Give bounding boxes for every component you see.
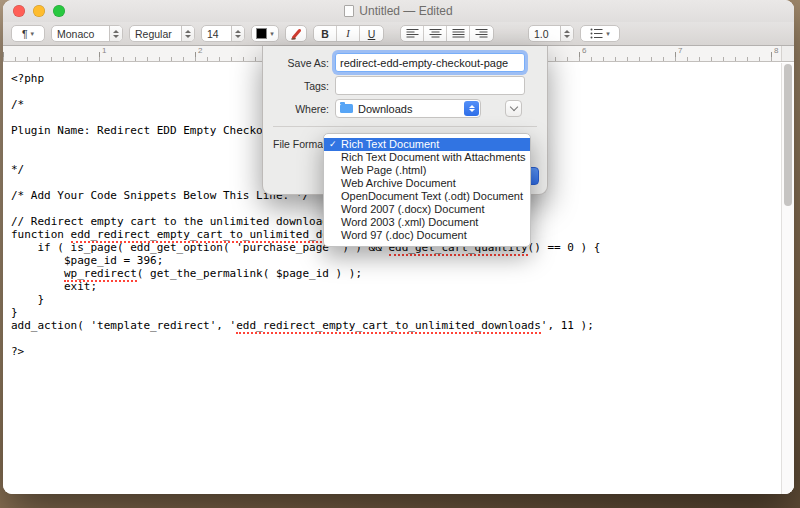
- file-format-option[interactable]: ✓Web Archive Document: [324, 177, 530, 190]
- expand-dialog-button[interactable]: [505, 100, 522, 117]
- menu-item-label: Web Page (.html): [341, 164, 426, 177]
- window-controls: [13, 5, 65, 17]
- desktop-wallpaper: Untitled — Edited ¶ ▾ Monaco Regular 14: [0, 0, 800, 508]
- code-line: ?>: [11, 345, 600, 358]
- align-justify-button[interactable]: [447, 26, 470, 41]
- align-center-button[interactable]: [424, 26, 447, 41]
- textedit-window: Untitled — Edited ¶ ▾ Monaco Regular 14: [3, 0, 794, 494]
- menu-item-label: Rich Text Document: [341, 138, 439, 151]
- scrollbar-thumb[interactable]: [784, 64, 792, 206]
- checkmark-icon: ✓: [329, 138, 341, 151]
- color-swatch: [256, 28, 267, 39]
- code-line: add_action( 'template_redirect', 'edd_re…: [11, 319, 600, 332]
- bold-italic-underline-group: B I U: [313, 25, 384, 42]
- align-justify-icon: [452, 28, 465, 39]
- align-right-icon: [475, 28, 488, 39]
- file-format-option[interactable]: ✓Word 2003 (.xml) Document: [324, 216, 530, 229]
- align-left-button[interactable]: [401, 26, 424, 41]
- close-button[interactable]: [13, 5, 25, 17]
- folder-icon: [340, 104, 353, 113]
- format-toolbar: ¶ ▾ Monaco Regular 14 ▾: [3, 22, 794, 46]
- line-spacing-select[interactable]: 1.0: [528, 25, 574, 42]
- stepper-icon: [181, 26, 194, 41]
- font-style-value: Regular: [135, 28, 172, 40]
- popup-arrows-icon: [464, 101, 479, 116]
- file-format-option[interactable]: ✓Rich Text Document: [324, 138, 530, 151]
- scrollbar[interactable]: [781, 63, 794, 494]
- file-format-option[interactable]: ✓OpenDocument Text (.odt) Document: [324, 190, 530, 203]
- where-value: Downloads: [358, 103, 412, 115]
- chevron-down-icon: ▾: [270, 30, 274, 38]
- minimize-button[interactable]: [33, 5, 45, 17]
- save-as-label: Save As:: [271, 57, 329, 69]
- menu-item-label: Word 2007 (.docx) Document: [341, 203, 484, 216]
- chevron-down-icon: [509, 103, 517, 111]
- file-format-option[interactable]: ✓Word 97 (.doc) Document: [324, 229, 530, 242]
- title-group: Untitled — Edited: [344, 4, 452, 18]
- tags-label: Tags:: [271, 80, 329, 92]
- code-line: }: [11, 293, 600, 306]
- where-label: Where:: [271, 103, 329, 115]
- align-right-button[interactable]: [470, 26, 493, 41]
- align-left-icon: [406, 28, 419, 39]
- font-family-value: Monaco: [57, 28, 94, 40]
- underline-button[interactable]: U: [360, 26, 383, 41]
- menu-item-label: Word 2003 (.xml) Document: [341, 216, 478, 229]
- tags-input[interactable]: [335, 76, 525, 95]
- title-bar[interactable]: Untitled — Edited: [3, 0, 794, 22]
- code-line: wp_redirect( get_the_permalink( $page_id…: [11, 267, 600, 280]
- menu-item-label: OpenDocument Text (.odt) Document: [341, 190, 523, 203]
- paragraph-styles-button[interactable]: ¶ ▾: [11, 25, 45, 42]
- code-line: }: [11, 306, 600, 319]
- text-color-well[interactable]: ▾: [251, 25, 279, 42]
- menu-item-label: Word 97 (.doc) Document: [341, 229, 467, 242]
- italic-button[interactable]: I: [337, 26, 360, 41]
- file-format-option[interactable]: ✓Word 2007 (.docx) Document: [324, 203, 530, 216]
- sheet-divider: [273, 126, 537, 127]
- paragraph-icon: ¶: [22, 28, 28, 40]
- zoom-button[interactable]: [53, 5, 65, 17]
- menu-item-label: Rich Text Document with Attachments: [341, 151, 525, 164]
- where-popup[interactable]: Downloads: [335, 99, 481, 118]
- list-icon: [590, 28, 603, 39]
- file-format-label: File Format:: [271, 138, 329, 150]
- stepper-icon: [109, 26, 122, 41]
- stepper-icon: [560, 26, 573, 41]
- document-icon: [344, 5, 354, 17]
- text-color-pen-icon: [290, 27, 303, 40]
- window-title: Untitled — Edited: [359, 4, 452, 18]
- chevron-down-icon: ▾: [31, 30, 35, 38]
- line-spacing-value: 1.0: [534, 28, 549, 40]
- file-format-option[interactable]: ✓Rich Text Document with Attachments: [324, 151, 530, 164]
- chevron-down-icon: ▾: [606, 30, 610, 38]
- file-format-option[interactable]: ✓Web Page (.html): [324, 164, 530, 177]
- font-family-select[interactable]: Monaco: [51, 25, 123, 42]
- bold-button[interactable]: B: [314, 26, 337, 41]
- alignment-group: [400, 25, 494, 42]
- file-format-menu: ✓Rich Text Document✓Rich Text Document w…: [323, 133, 531, 247]
- list-styles-button[interactable]: ▾: [580, 25, 620, 42]
- ruler-corner: [781, 46, 794, 61]
- save-dialog: Save As: Tags: Where: Downloads: [262, 46, 548, 195]
- highlight-pen-button[interactable]: [285, 25, 307, 42]
- stepper-icon: [231, 26, 244, 41]
- align-center-icon: [429, 28, 442, 39]
- menu-item-label: Web Archive Document: [341, 177, 456, 190]
- font-size-value: 14: [207, 28, 219, 40]
- save-as-input[interactable]: [335, 53, 525, 72]
- font-size-select[interactable]: 14: [201, 25, 245, 42]
- font-style-select[interactable]: Regular: [129, 25, 195, 42]
